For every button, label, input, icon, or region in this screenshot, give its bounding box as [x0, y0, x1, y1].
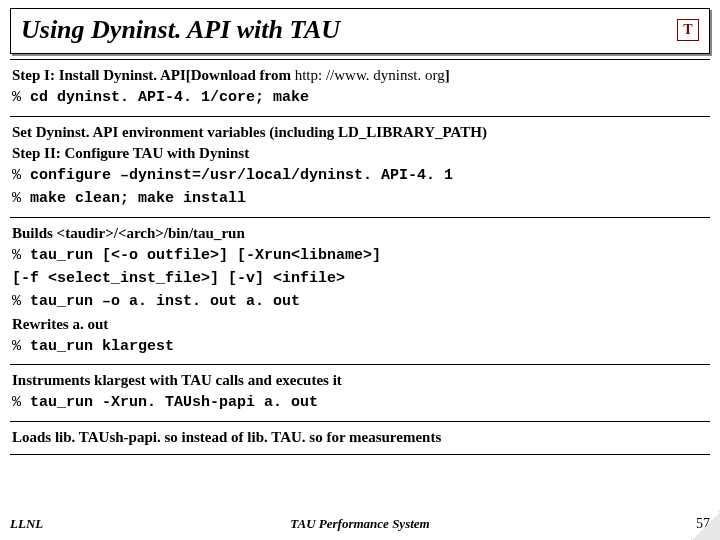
content-block: Instruments klargest with TAU calls and …	[10, 364, 710, 422]
text-segment: %	[12, 190, 30, 207]
text-segment: tau_run –o a. inst. out a. out	[30, 293, 300, 310]
text-segment: http: //www. dyninst. org	[295, 67, 445, 83]
text-segment: Step I: Install Dyninst. API[Download fr…	[12, 67, 295, 83]
content-line: Set Dyninst. API environment variables (…	[12, 122, 708, 142]
text-segment: Builds <taudir>/<arch>/bin/tau_run	[12, 225, 245, 241]
text-segment: ]	[445, 67, 450, 83]
content-line: Loads lib. TAUsh-papi. so instead of lib…	[12, 427, 708, 447]
title-bar: Using Dyninst. API with TAU T	[10, 8, 710, 54]
content-line: Builds <taudir>/<arch>/bin/tau_run	[12, 223, 708, 243]
footer: LLNL TAU Performance System 57	[10, 516, 710, 532]
footer-left: LLNL	[10, 516, 43, 532]
text-segment: %	[12, 247, 30, 264]
content-block: Set Dyninst. API environment variables (…	[10, 116, 710, 218]
text-segment: %	[12, 167, 30, 184]
content-block: Builds <taudir>/<arch>/bin/tau_run% tau_…	[10, 217, 710, 366]
slide-title: Using Dyninst. API with TAU	[21, 15, 340, 45]
text-segment: Instruments klargest with TAU calls and …	[12, 372, 342, 388]
content-line: Step II: Configure TAU with Dyninst	[12, 143, 708, 163]
text-segment: Rewrites a. out	[12, 316, 108, 332]
footer-center: TAU Performance System	[290, 516, 429, 532]
content-area: Step I: Install Dyninst. API[Download fr…	[10, 59, 710, 455]
text-segment: %	[12, 338, 30, 355]
content-line: Instruments klargest with TAU calls and …	[12, 370, 708, 390]
content-line: % cd dyninst. API-4. 1/core; make	[12, 86, 708, 108]
text-segment: %	[12, 394, 30, 411]
text-segment: [-f <select_inst_file>] [-v] <infile>	[12, 270, 345, 287]
content-line: % tau_run [<-o outfile>] [-Xrun<libname>…	[12, 244, 708, 266]
text-segment: configure –dyninst=/usr/local/dyninst. A…	[30, 167, 453, 184]
content-line: % configure –dyninst=/usr/local/dyninst.…	[12, 164, 708, 186]
text-segment: %	[12, 89, 30, 106]
text-segment: Set Dyninst. API environment variables (…	[12, 124, 487, 140]
text-segment: tau_run klargest	[30, 338, 174, 355]
text-segment: Step II: Configure TAU with Dyninst	[12, 145, 249, 161]
content-line: Rewrites a. out	[12, 314, 708, 334]
content-line: % tau_run –o a. inst. out a. out	[12, 290, 708, 312]
tau-logo-icon: T	[677, 19, 699, 41]
text-segment: Loads lib. TAUsh-papi. so instead of lib…	[12, 429, 441, 445]
text-segment: make clean; make install	[30, 190, 246, 207]
content-block: Step I: Install Dyninst. API[Download fr…	[10, 59, 710, 117]
text-segment: %	[12, 293, 30, 310]
content-block: Loads lib. TAUsh-papi. so instead of lib…	[10, 421, 710, 455]
content-line: % make clean; make install	[12, 187, 708, 209]
content-line: Step I: Install Dyninst. API[Download fr…	[12, 65, 708, 85]
text-segment: tau_run -Xrun. TAUsh-papi a. out	[30, 394, 318, 411]
content-line: [-f <select_inst_file>] [-v] <infile>	[12, 267, 708, 289]
text-segment: tau_run [<-o outfile>] [-Xrun<libname>]	[30, 247, 381, 264]
content-line: % tau_run klargest	[12, 335, 708, 357]
text-segment: cd dyninst. API-4. 1/core; make	[30, 89, 309, 106]
content-line: % tau_run -Xrun. TAUsh-papi a. out	[12, 391, 708, 413]
